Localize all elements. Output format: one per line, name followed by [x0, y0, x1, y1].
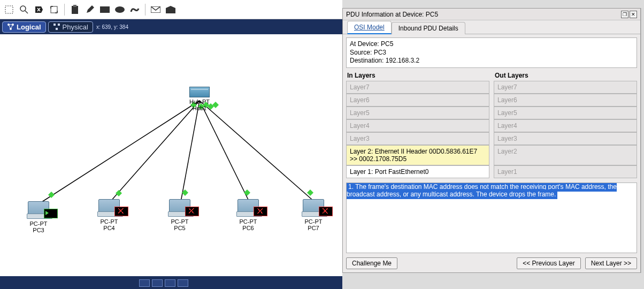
in-layer6[interactable]: Layer6 — [346, 94, 489, 107]
next-layer-button[interactable]: Next Layer >> — [585, 257, 637, 269]
delete-icon[interactable] — [33, 4, 45, 16]
out-layer3[interactable]: Layer3 — [494, 132, 637, 145]
hub-label-2: Hub1 — [189, 105, 210, 111]
close-icon[interactable]: ✕ — [630, 11, 637, 18]
out-layers-heading: Out Layers — [494, 70, 637, 81]
pdu-summary-box: At Device: PC5 Source: PC3 Destination: … — [346, 37, 637, 68]
out-layer1[interactable]: Layer1 — [494, 165, 637, 178]
tab-osi-model[interactable]: OSI Model — [347, 21, 392, 34]
svg-marker-28 — [244, 189, 250, 196]
pdu-envelope-pc6[interactable] — [254, 207, 267, 216]
slot-icon[interactable] — [152, 279, 163, 287]
svg-rect-3 — [51, 6, 57, 13]
pdu-envelope-pc4[interactable] — [114, 207, 128, 216]
topology-links — [0, 34, 342, 280]
device-pc7[interactable]: PC-PT PC7 — [303, 199, 324, 231]
svg-line-17 — [181, 101, 200, 202]
device-pc6[interactable]: PC-PT PC6 — [237, 199, 259, 231]
in-layers-heading: In Layers — [346, 70, 489, 81]
pc7-label-2: PC7 — [303, 225, 324, 231]
svg-point-1 — [20, 6, 26, 11]
svg-line-19 — [200, 101, 315, 202]
svg-marker-27 — [182, 189, 188, 196]
tab-physical[interactable]: Physical — [48, 21, 93, 33]
pdu-tabs: OSI Model Inbound PDU Details — [343, 20, 640, 34]
message-icon[interactable] — [150, 4, 162, 16]
svg-rect-13 — [58, 24, 60, 26]
restore-icon[interactable]: ❐ — [621, 11, 628, 18]
slot-icon[interactable] — [178, 279, 188, 287]
pdu-envelope-pc7[interactable] — [319, 207, 333, 216]
out-layer6[interactable]: Layer6 — [494, 94, 637, 107]
pc4-label-2: PC4 — [98, 225, 120, 231]
svg-point-7 — [115, 6, 125, 13]
device-pc5[interactable]: PC-PT PC5 — [169, 199, 190, 231]
freeform-shape-icon[interactable] — [129, 4, 141, 16]
pc3-label-1: PC-PT — [28, 220, 49, 227]
slot-icon[interactable] — [165, 279, 175, 287]
svg-rect-14 — [56, 28, 58, 30]
right-gutter — [641, 8, 644, 273]
resize-icon[interactable] — [48, 4, 60, 16]
svg-marker-25 — [48, 192, 55, 198]
pdu-info-panel: PDU Information at Device: PC5 ❐ ✕ OSI M… — [342, 8, 641, 273]
pdu-source: Source: PC3 — [350, 49, 633, 57]
topology-canvas[interactable]: Hub-PT Hub1 PC-PT PC3 PC-PT PC4 PC-PT PC… — [0, 34, 342, 270]
rect-shape-icon[interactable] — [99, 4, 111, 16]
svg-line-16 — [110, 101, 200, 202]
in-layer1[interactable]: Layer 1: Port FastEthernet0 — [346, 165, 489, 178]
device-pc4[interactable]: PC-PT PC4 — [98, 199, 120, 231]
out-layer7[interactable]: Layer7 — [494, 81, 637, 94]
svg-line-18 — [200, 101, 249, 202]
zoom-icon[interactable] — [18, 4, 30, 16]
pdu-title-text: PDU Information at Device: PC5 — [346, 11, 438, 18]
canvas-coords: x: 639, y: 384 — [96, 24, 128, 30]
hub-label-1: Hub-PT — [189, 98, 210, 105]
svg-rect-4 — [72, 6, 78, 14]
layer-description-box[interactable]: 1. The frame's destination MAC address d… — [346, 182, 637, 253]
out-layer2[interactable]: Layer2 — [494, 145, 637, 165]
pdu-title-bar[interactable]: PDU Information at Device: PC5 ❐ ✕ — [343, 9, 640, 20]
svg-rect-5 — [73, 5, 76, 7]
hub-icon — [189, 87, 210, 97]
out-layer4[interactable]: Layer4 — [494, 119, 637, 132]
svg-line-15 — [40, 101, 200, 203]
in-layer3[interactable]: Layer3 — [346, 132, 489, 145]
challenge-me-button[interactable]: Challenge Me — [346, 257, 397, 269]
pc5-label-2: PC5 — [169, 225, 190, 231]
svg-rect-6 — [100, 6, 110, 13]
bottom-bar — [0, 276, 342, 289]
pencil-icon[interactable] — [84, 4, 96, 16]
tab-inbound-pdu[interactable]: Inbound PDU Details — [392, 22, 465, 34]
pc5-label-1: PC-PT — [169, 218, 190, 225]
previous-layer-button[interactable]: << Previous Layer — [517, 257, 580, 269]
layers-table: Layer7Layer7 Layer6Layer6 Layer5Layer5 L… — [346, 81, 637, 178]
in-layer5[interactable]: Layer5 — [346, 107, 489, 119]
view-bar: Logical Physical x: 639, y: 384 — [0, 19, 342, 34]
in-layer7[interactable]: Layer7 — [346, 81, 489, 94]
slot-icon[interactable] — [139, 279, 150, 287]
pdu-at-device: At Device: PC5 — [350, 40, 633, 49]
top-toolbar — [0, 0, 342, 19]
svg-rect-12 — [53, 24, 56, 26]
ellipse-shape-icon[interactable] — [114, 4, 126, 16]
tab-logical[interactable]: Logical — [2, 21, 46, 33]
pc7-label-1: PC-PT — [303, 218, 324, 225]
layer-description-text: 1. The frame's destination MAC address d… — [347, 182, 617, 199]
pdu-destination: Destination: 192.168.3.2 — [350, 57, 633, 65]
in-layer2[interactable]: Layer 2: Ethernet II Header 00D0.5836.61… — [346, 145, 489, 165]
tab-logical-label: Logical — [17, 23, 41, 31]
pdu-envelope-pc3[interactable] — [44, 209, 58, 218]
in-layer4[interactable]: Layer4 — [346, 119, 489, 132]
device-pc3[interactable]: PC-PT PC3 — [28, 201, 49, 233]
select-tool-icon[interactable] — [3, 4, 15, 16]
message-open-icon[interactable] — [165, 4, 177, 16]
svg-marker-24 — [212, 102, 219, 108]
out-layer5[interactable]: Layer5 — [494, 107, 637, 119]
device-hub1[interactable]: Hub-PT Hub1 — [189, 87, 210, 111]
svg-rect-0 — [5, 6, 13, 13]
clipboard-icon[interactable] — [69, 4, 81, 16]
tab-physical-label: Physical — [63, 23, 88, 31]
pdu-envelope-pc5[interactable] — [185, 207, 199, 216]
svg-line-2 — [25, 11, 28, 13]
